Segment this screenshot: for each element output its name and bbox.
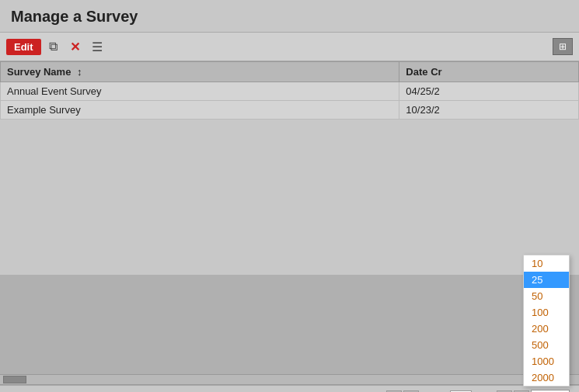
delete-button[interactable]: ✕ — [66, 37, 85, 56]
copy-icon: ⧉ — [49, 40, 58, 54]
scrollbar-thumb[interactable] — [3, 376, 26, 383]
copy-button[interactable]: ⧉ — [44, 37, 63, 56]
sort-arrow-name: ↕ — [77, 66, 82, 78]
empty-area — [0, 120, 579, 275]
corner-button[interactable]: ⊞ — [553, 38, 573, 55]
page-title: Manage a Survey — [0, 0, 579, 33]
per-page-dropdown: 10255010020050010002000 — [523, 255, 570, 387]
col-header-date[interactable]: Date Cr — [399, 62, 579, 82]
menu-icon: ☰ — [92, 40, 103, 54]
survey-table: Survey Name ↕ Date Cr Annual Event Surve… — [0, 61, 579, 120]
menu-button[interactable]: ☰ — [88, 37, 106, 56]
horizontal-scrollbar[interactable] — [0, 374, 579, 385]
dropdown-item[interactable]: 2000 — [524, 369, 569, 386]
dropdown-item[interactable]: 500 — [524, 337, 569, 353]
per-page-container: 25 ▼ 10255010020050010002000 — [531, 390, 570, 393]
col-date-label: Date Cr — [406, 66, 441, 78]
dropdown-item[interactable]: 50 — [524, 288, 569, 304]
per-page-select[interactable]: 25 ▼ — [531, 390, 570, 393]
edit-button[interactable]: Edit — [6, 39, 41, 55]
table-wrapper: Survey Name ↕ Date Cr Annual Event Surve… — [0, 61, 579, 374]
toolbar-right: ⊞ — [553, 38, 573, 55]
pagination: |◀ ◀ Page of 1 ▶ ▶| 25 ▼ 102550100200500… — [386, 390, 570, 393]
table-row[interactable]: Example Survey 10/23/2 — [1, 101, 579, 120]
col-header-name[interactable]: Survey Name ↕ — [1, 62, 399, 82]
corner-icon: ⊞ — [559, 41, 567, 52]
dropdown-item[interactable]: 25 — [524, 272, 569, 288]
dropdown-item[interactable]: 10 — [524, 255, 569, 272]
toolbar: Edit ⧉ ✕ ☰ ⊞ — [0, 33, 579, 61]
cell-date-created: 10/23/2 — [399, 101, 579, 120]
bottom-bar: 🔍 ⟳ |◀ ◀ Page of 1 ▶ ▶| 25 ▼ — [0, 385, 579, 392]
col-name-label: Survey Name — [7, 66, 71, 78]
cell-survey-name: Example Survey — [1, 101, 399, 120]
main-content: Survey Name ↕ Date Cr Annual Event Surve… — [0, 61, 579, 385]
dropdown-item[interactable]: 1000 — [524, 353, 569, 369]
cell-survey-name: Annual Event Survey — [1, 82, 399, 101]
table-row[interactable]: Annual Event Survey 04/25/2 — [1, 82, 579, 101]
cell-date-created: 04/25/2 — [399, 82, 579, 101]
dropdown-item[interactable]: 100 — [524, 304, 569, 321]
dropdown-item[interactable]: 200 — [524, 321, 569, 337]
close-icon: ✕ — [70, 40, 80, 54]
